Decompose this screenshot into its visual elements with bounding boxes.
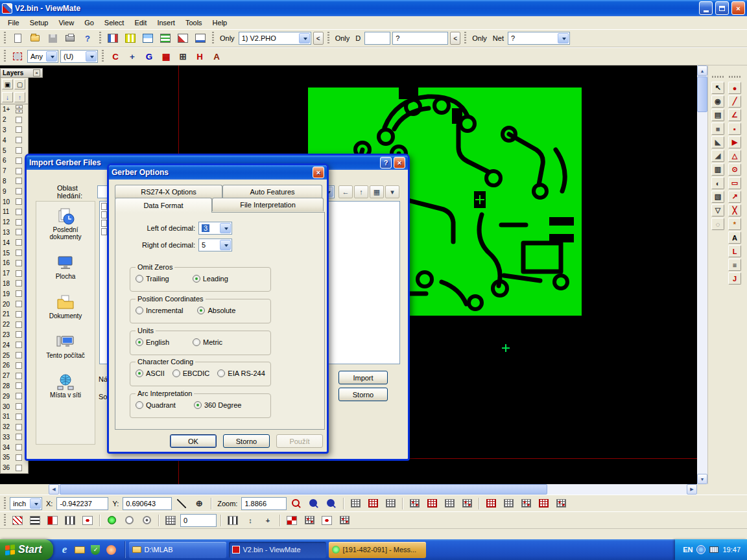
dot-grid-button[interactable] (225, 513, 241, 528)
layer-move-up-button[interactable]: ↑ (14, 92, 25, 102)
tool-c-button[interactable]: C (108, 49, 123, 64)
only-layer-toggle[interactable]: Only (218, 34, 237, 42)
corner-a-tool-button[interactable]: ◣ (711, 136, 724, 148)
only-dcode-toggle[interactable]: Only (333, 34, 352, 42)
dialog-help-button[interactable]: ? (380, 157, 392, 169)
layer-row[interactable]: 15 (1, 248, 28, 258)
dcode-table-button[interactable] (348, 496, 363, 511)
dcode-table-button[interactable] (424, 496, 440, 511)
view-menu-button[interactable]: ▾ (385, 185, 399, 198)
crosshair-button[interactable]: + (260, 513, 276, 528)
pattern-button[interactable] (45, 513, 60, 528)
restore-button[interactable] (715, 1, 729, 15)
lines-tool-button[interactable]: ≡ (728, 259, 741, 271)
dcode-table-button[interactable] (501, 496, 516, 511)
view-bars-button[interactable] (158, 31, 173, 46)
quicklaunch-browser-icon[interactable] (105, 544, 117, 555)
place-desktop[interactable]: Plocha (38, 255, 93, 280)
layer-visibility-box[interactable] (16, 219, 22, 226)
dcode-filter-input[interactable]: ? (392, 32, 448, 45)
dashed-circle-tool-button[interactable]: ◌ (711, 218, 724, 230)
scroll-down-button[interactable]: ▼ (697, 474, 707, 484)
triangle-tool-button[interactable]: ▽ (711, 204, 724, 216)
ok-button[interactable]: OK (170, 434, 217, 448)
new-file-button[interactable] (10, 31, 25, 46)
aperture-pattern-button[interactable] (319, 513, 335, 528)
radio-icon[interactable] (136, 275, 143, 283)
tab-auto-features[interactable]: Auto Features (222, 185, 322, 198)
layer-row[interactable]: 21 (1, 309, 28, 320)
menu-item[interactable]: Insert (152, 18, 180, 28)
tab-file-interpretation[interactable]: File Interpretation (212, 198, 324, 211)
layer-row[interactable]: 2 (1, 115, 28, 125)
layer-select-combo[interactable]: 1) V2.PHO (239, 32, 311, 45)
pattern-button[interactable] (80, 513, 95, 528)
pattern-button[interactable] (10, 513, 25, 528)
radio-checked-icon[interactable] (136, 338, 143, 346)
y-coordinate-field[interactable]: 0.690643 (123, 497, 172, 510)
layer-visibility-box[interactable] (16, 260, 22, 266)
tool-frame-button[interactable]: ⊞ (175, 49, 191, 64)
angle-tool-button[interactable]: ∠ (728, 109, 741, 121)
aperture-pattern-button[interactable] (337, 513, 352, 528)
layer-visibility-box[interactable] (16, 454, 22, 461)
dcode-input[interactable] (364, 32, 390, 45)
radio-checked-icon[interactable] (194, 401, 202, 409)
layer-row[interactable]: 12 (1, 217, 28, 228)
layer-visibility-box[interactable] (16, 270, 22, 277)
radio-checked-icon[interactable] (193, 275, 200, 283)
select-mode-button[interactable] (10, 49, 25, 64)
layer-row[interactable]: 14 (1, 237, 28, 248)
layer-row[interactable]: 18 (1, 279, 28, 289)
aperture-pattern-button[interactable] (284, 513, 300, 528)
pad-tool-button[interactable]: ● (728, 82, 741, 94)
mesh-tool-button[interactable]: ▧ (711, 191, 724, 203)
zoom-window-button[interactable] (306, 496, 322, 511)
view-chart-button[interactable] (193, 31, 208, 46)
layer-stack-tool-button[interactable]: ▤ (711, 109, 724, 121)
tab-data-format[interactable]: Data Format (115, 198, 212, 213)
quicklaunch-shield-icon[interactable]: ✓ (89, 544, 101, 555)
layer-row[interactable]: 34 (1, 442, 28, 452)
layer-row[interactable]: 27 (1, 371, 28, 381)
toolbar-grip[interactable] (327, 32, 329, 45)
layer-row[interactable]: 25 (1, 350, 28, 360)
zoom-in-button[interactable] (289, 496, 304, 511)
tray-app-icon[interactable] (696, 545, 706, 554)
zoom-area-tool-button[interactable]: ◉ (711, 95, 724, 108)
tool-grid-button[interactable]: ▦ (158, 49, 174, 64)
cross-tool-button[interactable]: ╳ (728, 204, 741, 216)
x-coordinate-field[interactable]: -0.942237 (56, 497, 108, 510)
corner-b-tool-button[interactable]: ◢ (711, 150, 724, 162)
pointer-tool-button[interactable]: ↖ (711, 82, 724, 94)
layer-visibility-box[interactable] (16, 465, 22, 471)
vertical-scrollbar[interactable]: ▲ ▼ (697, 65, 707, 484)
radio-360-degree[interactable]: 360 Degree (194, 401, 242, 409)
radio-leading[interactable]: Leading (193, 275, 228, 283)
language-indicator[interactable]: EN (683, 546, 693, 554)
dcode-table-button[interactable] (518, 496, 534, 511)
dcode-table-button[interactable] (407, 496, 422, 511)
layer-row[interactable]: 24 (1, 340, 28, 350)
zoom-field[interactable]: 1.8866 (241, 497, 287, 510)
layer-visibility-box[interactable] (16, 373, 22, 379)
tool-g-button[interactable]: G (141, 49, 157, 64)
dcode-table-button[interactable] (536, 496, 551, 511)
circle-dot-mode-button[interactable] (139, 513, 154, 528)
any-filter-combo[interactable]: Any (27, 50, 58, 63)
layer-row[interactable]: 36 (1, 463, 28, 473)
layer-row[interactable]: 3 (1, 125, 28, 135)
l-shape-tool-button[interactable]: L (728, 245, 741, 257)
layer-row[interactable]: 6 (1, 156, 28, 166)
import-button[interactable]: Import (338, 371, 388, 384)
line-tool-button[interactable]: ╱ (728, 95, 741, 108)
toolbar-grip[interactable] (464, 32, 466, 45)
toolbar-grip[interactable] (4, 50, 6, 63)
layer-visibility-box[interactable] (16, 137, 22, 143)
grid-toggle-button[interactable] (163, 513, 178, 528)
anchor-button[interactable]: ↕ (243, 513, 258, 528)
layer-visibility-box[interactable] (16, 321, 22, 328)
pattern-button[interactable] (27, 513, 43, 528)
unit-filter-combo[interactable]: (U) (60, 50, 98, 63)
gerber-dialog-titlebar[interactable]: Gerber Options × (109, 165, 327, 180)
